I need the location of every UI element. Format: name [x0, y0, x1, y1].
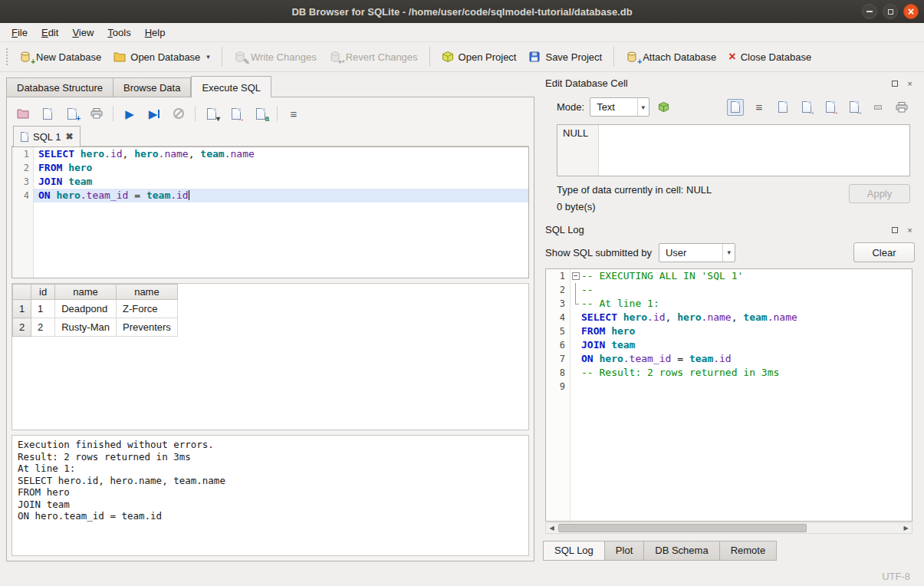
cell[interactable]: Deadpond — [55, 300, 117, 318]
menu-help[interactable]: Help — [138, 25, 173, 40]
tab-browse-data[interactable]: Browse Data — [113, 77, 191, 97]
row-header[interactable]: 2 — [13, 318, 31, 337]
sql-editor[interactable]: 1 2 3 4 SELECT hero.id, hero.name, team.… — [12, 146, 529, 278]
execute-current-line-icon: ▶ — [149, 108, 158, 120]
tab-plot[interactable]: Plot — [605, 541, 644, 561]
sql-file-icon — [21, 132, 28, 142]
code-line: FROM hero — [34, 161, 528, 175]
open-file-cell-button[interactable] — [774, 99, 791, 116]
titlebar[interactable]: DB Browser for SQLite - /home/user/code/… — [0, 0, 924, 23]
menu-tools[interactable]: Tools — [100, 25, 137, 40]
encoding-indicator[interactable]: UTF-8 — [882, 571, 910, 582]
clear-log-button[interactable]: Clear — [853, 242, 915, 262]
sql-log-view[interactable]: 1 2 3 4 5 6 7 8 9 -- EXECUTING ALL IN 'S… — [545, 268, 912, 522]
log-filter-combobox[interactable]: User ▾ — [659, 243, 735, 262]
stop-execution-button[interactable] — [170, 105, 187, 122]
execute-all-button[interactable]: ▶ — [121, 105, 138, 122]
export-results-button[interactable]: → — [228, 105, 245, 122]
sql-tab[interactable]: SQL 1 ✖ — [13, 126, 81, 146]
save-results-button[interactable]: a — [252, 105, 269, 122]
set-null-icon — [874, 105, 882, 110]
menu-edit[interactable]: Edit — [35, 25, 65, 40]
cell[interactable]: Preventers — [116, 318, 177, 337]
print-sql-button[interactable] — [88, 105, 105, 122]
save-sql-file-button[interactable] — [39, 105, 56, 122]
scroll-right-icon[interactable]: ▶ — [900, 523, 912, 533]
column-header-name[interactable]: name — [55, 285, 117, 300]
open-new-tab-button[interactable]: ▾ — [203, 105, 220, 122]
open-project-button[interactable]: Open Project — [436, 48, 522, 66]
cell[interactable]: 1 — [31, 300, 55, 318]
cell[interactable]: Rusty-Man — [55, 318, 117, 337]
minimize-button[interactable] — [862, 4, 877, 19]
tab-remote[interactable]: Remote — [720, 541, 778, 561]
export-cell-button[interactable]: → — [846, 99, 863, 116]
column-header-name2[interactable]: name — [116, 285, 177, 300]
cell-value-editor[interactable]: NULL — [557, 124, 910, 176]
attach-database-icon: + — [626, 51, 638, 63]
close-icon: × — [908, 6, 914, 17]
write-changes-button[interactable]: ✎ Write Changes — [229, 48, 322, 66]
menu-view[interactable]: View — [65, 25, 100, 40]
menu-file[interactable]: File — [5, 25, 35, 40]
log-line: -- At line 1: — [571, 297, 912, 311]
open-sql-file-button[interactable] — [15, 105, 31, 122]
fold-line-end — [571, 297, 581, 311]
scrollbar-thumb[interactable] — [558, 524, 807, 532]
stop-icon — [173, 108, 184, 119]
dock-close-button[interactable]: × — [904, 77, 916, 89]
revert-changes-button[interactable]: ↩ Revert Changes — [324, 48, 423, 66]
dock-float-button[interactable] — [889, 224, 900, 235]
print-cell-button[interactable] — [893, 99, 910, 116]
log-line — [571, 380, 912, 393]
column-header-id[interactable]: id — [31, 285, 55, 300]
execution-message[interactable]: Execution finished without errors. Resul… — [12, 435, 529, 556]
save-sql-as-button[interactable]: + — [64, 105, 81, 122]
table-row: 2 2 Rusty-Man Preventers — [13, 318, 178, 337]
word-wrap-cell-button[interactable]: ≡ — [751, 99, 768, 116]
new-database-button[interactable]: + New Database — [14, 48, 107, 66]
horizontal-scrollbar[interactable]: ◀ ▶ — [545, 522, 912, 534]
apply-button[interactable]: Apply — [849, 184, 910, 203]
import-cell-button[interactable]: → — [822, 99, 839, 116]
mode-label: Mode: — [557, 101, 584, 113]
cell-editor-icons: ≡ → → → — [727, 99, 910, 116]
auto-switch-mode-button[interactable] — [655, 99, 672, 116]
dock-close-button[interactable]: × — [904, 224, 916, 235]
execute-current-line-button[interactable]: ▶ — [146, 105, 163, 122]
dock-float-button[interactable] — [889, 77, 900, 89]
scroll-left-icon[interactable]: ◀ — [546, 523, 557, 533]
close-database-button[interactable]: × Close Database — [723, 48, 817, 66]
close-tab-icon[interactable]: ✖ — [65, 131, 73, 142]
log-line: JOIN team — [571, 338, 912, 352]
attach-database-button[interactable]: + Attach Database — [620, 48, 722, 66]
main-area: Database Structure Browse Data Execute S… — [0, 72, 924, 566]
line-number: 1 — [12, 147, 29, 161]
maximize-button[interactable] — [883, 4, 898, 19]
tab-sql-log[interactable]: SQL Log — [543, 541, 605, 561]
tab-database-structure[interactable]: Database Structure — [6, 77, 113, 97]
set-null-button[interactable] — [870, 99, 886, 116]
word-wrap-icon: ≡ — [756, 100, 763, 114]
cell[interactable]: 2 — [31, 318, 55, 337]
open-project-icon — [442, 51, 454, 63]
open-database-button[interactable]: Open Database ▾ — [108, 48, 215, 66]
main-toolbar: + New Database Open Database ▾ ✎ Write C… — [0, 41, 924, 72]
menubar: File Edit View Tools Help — [0, 23, 924, 41]
toolbar-grip[interactable] — [5, 48, 10, 65]
row-header[interactable]: 1 — [13, 300, 31, 318]
tab-db-schema[interactable]: DB Schema — [644, 541, 719, 561]
text-view-button[interactable] — [727, 99, 744, 116]
save-cell-button[interactable]: → — [798, 99, 815, 116]
fold-marker-icon[interactable] — [571, 269, 581, 283]
open-database-dropdown-icon[interactable]: ▾ — [206, 53, 210, 61]
word-wrap-button[interactable]: ≡ — [285, 105, 302, 122]
close-button[interactable]: × — [903, 4, 919, 19]
tab-execute-sql[interactable]: Execute SQL — [191, 76, 271, 97]
save-project-button[interactable]: Save Project — [523, 48, 607, 66]
statusbar: UTF-8 — [0, 566, 924, 586]
window-controls: × — [862, 4, 919, 19]
mode-combobox[interactable]: Text ▾ — [590, 97, 649, 117]
cell[interactable]: Z-Force — [116, 300, 177, 318]
plus-icon: + — [31, 58, 35, 66]
